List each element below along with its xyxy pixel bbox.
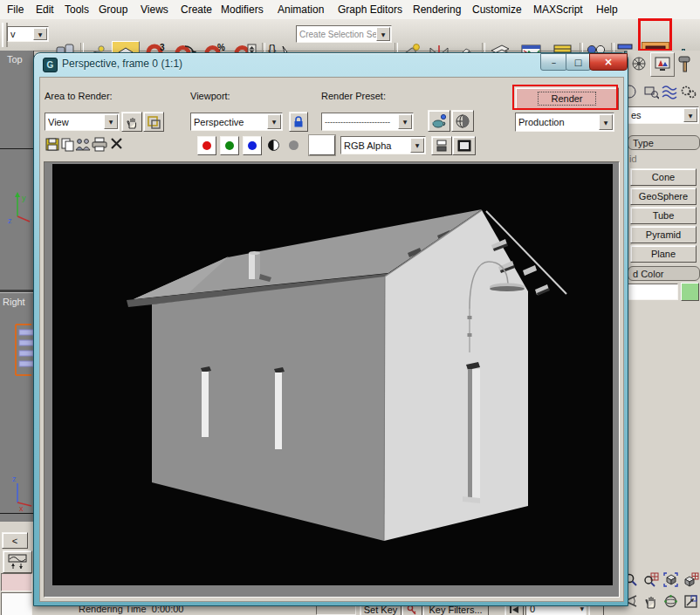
color-correction-button[interactable]	[452, 136, 476, 155]
app-window-icon: G	[43, 58, 58, 72]
render-setup-button[interactable]	[428, 110, 450, 132]
blue-channel-button[interactable]	[243, 136, 262, 155]
tube-button[interactable]: Tube	[630, 207, 697, 224]
globe-icon	[455, 113, 470, 129]
snap-percent-label: %	[217, 43, 225, 52]
minimize-button[interactable]: –	[540, 53, 567, 71]
render-preset-dropdown[interactable]: ------------------------- ▼	[321, 113, 414, 131]
category-systems-icon[interactable]	[680, 84, 697, 99]
chevron-down-icon[interactable]: ▼	[410, 138, 424, 153]
clear-color-swatch[interactable]	[309, 135, 335, 155]
area-to-render-dropdown[interactable]: View ▼	[45, 113, 120, 131]
clear-image-icon[interactable]	[109, 136, 124, 151]
close-button[interactable]: ×	[589, 53, 628, 71]
clone-window-icon[interactable]	[75, 137, 92, 152]
name-color-rollout-header[interactable]: d Color	[628, 266, 700, 281]
monochrome-icon[interactable]	[288, 140, 299, 151]
snap-3-label: 3	[160, 43, 165, 52]
svg-text:z: z	[8, 216, 12, 225]
chevron-down-icon[interactable]: ▼	[104, 114, 118, 129]
chevron-down-icon[interactable]: ▼	[376, 27, 390, 41]
viewport-dropdown[interactable]: Perspective ▼	[190, 113, 283, 131]
menu-bar: File Edit Tools Group Views Create Modif…	[0, 0, 700, 20]
chevron-down-icon[interactable]: ▼	[599, 114, 613, 130]
menu-maxscript[interactable]: MAXScript	[533, 3, 583, 17]
svg-text:y: y	[22, 194, 26, 202]
coordinate-system-value: v	[10, 28, 34, 40]
menu-modifiers[interactable]: Modifiers	[221, 3, 264, 17]
tab-display[interactable]	[650, 52, 675, 77]
menu-file[interactable]: File	[7, 3, 24, 17]
object-color-swatch[interactable]	[681, 283, 699, 301]
viewport-right[interactable]: Right z x	[0, 293, 34, 522]
tab-motion[interactable]	[629, 53, 649, 74]
render-preset-value: -------------------------	[325, 114, 399, 129]
menu-graph-editors[interactable]: Graph Editors	[338, 3, 402, 17]
macro-recorder-field[interactable]	[1, 573, 32, 591]
menu-help[interactable]: Help	[596, 3, 618, 17]
channel-display-dropdown[interactable]: RGB Alpha ▼	[340, 136, 426, 154]
chevron-down-icon[interactable]: ▼	[267, 114, 281, 129]
pan-hand-icon[interactable]	[642, 592, 660, 611]
viewport-top-label: Top	[7, 54, 23, 65]
edit-region-button[interactable]	[121, 112, 142, 132]
pyramid-button[interactable]: Pyramid	[630, 226, 697, 243]
auto-region-button[interactable]	[143, 112, 164, 132]
menu-rendering[interactable]: Rendering	[413, 3, 461, 17]
red-channel-button[interactable]	[197, 136, 216, 155]
menu-customize[interactable]: Customize	[472, 3, 522, 17]
zoom-all-icon[interactable]	[642, 571, 660, 589]
green-channel-button[interactable]	[220, 136, 239, 155]
cone-label: Cone	[652, 172, 675, 182]
category-geometry-icon[interactable]	[628, 84, 642, 99]
chevron-down-icon[interactable]: ▼	[683, 108, 697, 122]
coordinate-system-dropdown[interactable]: v ▼	[7, 26, 49, 42]
chevron-down-icon[interactable]: ▼	[33, 28, 47, 40]
rfw-toolbar: RGB Alpha ▼	[40, 133, 623, 160]
plane-button[interactable]: Plane	[630, 245, 697, 263]
zoom-extents-all-icon[interactable]	[682, 571, 700, 589]
tab-utilities[interactable]	[675, 53, 696, 74]
display-icon	[654, 56, 671, 73]
object-category-dropdown[interactable]: es ▼	[628, 106, 699, 124]
main-toolbar: v ▼	[0, 19, 700, 51]
render-mode-dropdown[interactable]: Production ▼	[515, 113, 614, 132]
object-name-field[interactable]	[628, 284, 678, 300]
print-image-icon[interactable]	[92, 137, 107, 152]
copy-image-icon[interactable]	[60, 137, 75, 152]
save-image-icon[interactable]	[45, 137, 60, 152]
maximize-viewport-toggle-icon[interactable]	[682, 592, 700, 611]
category-cameras-icon[interactable]	[643, 84, 659, 99]
environment-effects-button[interactable]	[451, 110, 474, 132]
menu-views[interactable]: Views	[141, 3, 168, 17]
rendered-image	[45, 162, 619, 597]
viewport-top[interactable]: Top y z	[0, 51, 34, 290]
object-category-value: es	[631, 108, 684, 122]
window-title-bar[interactable]: G Perspective, frame 0 (1:1) – □ ×	[34, 53, 628, 76]
cone-button[interactable]: Cone	[630, 168, 697, 186]
frame-spinner-arrow[interactable]: ▼	[580, 605, 584, 612]
category-space-warps-icon[interactable]	[661, 84, 678, 99]
selected-object-wireframe	[12, 323, 33, 377]
viewport-lock-button[interactable]	[289, 112, 308, 132]
menu-tools[interactable]: Tools	[65, 3, 89, 17]
object-type-rollout-header[interactable]: Type	[628, 135, 700, 150]
layer-toggle-button[interactable]	[431, 136, 452, 155]
alpha-channel-icon[interactable]	[267, 139, 280, 152]
region-icon	[147, 115, 161, 129]
maximize-button[interactable]: □	[566, 53, 591, 71]
pyramid-label: Pyramid	[646, 229, 681, 240]
menu-group[interactable]: Group	[99, 3, 127, 17]
menu-edit[interactable]: Edit	[36, 3, 54, 17]
mini-curve-editor-button[interactable]	[3, 550, 32, 573]
arc-rotate-icon[interactable]	[662, 592, 680, 611]
zoom-extents-icon[interactable]	[662, 571, 680, 589]
menu-animation[interactable]: Animation	[278, 3, 324, 17]
maxscript-mini-listener[interactable]	[1, 592, 32, 615]
time-slider-left-button[interactable]: <	[2, 532, 28, 549]
chevron-down-icon[interactable]: ▼	[398, 114, 412, 129]
named-selection-set-dropdown[interactable]: Create Selection Set ▼	[296, 25, 392, 43]
geosphere-button[interactable]: GeoSphere	[630, 188, 697, 205]
menu-create[interactable]: Create	[181, 3, 212, 17]
viewport-value: Perspective	[194, 114, 268, 129]
